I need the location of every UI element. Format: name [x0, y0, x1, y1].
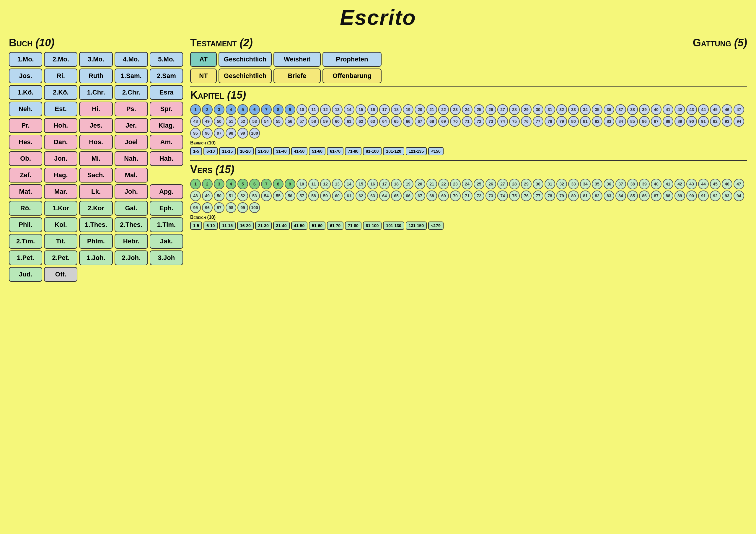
number-circle[interactable]: 68	[426, 191, 437, 201]
book-cell[interactable]: Lk.	[79, 184, 113, 199]
number-circle[interactable]: 77	[533, 191, 543, 201]
testament-cell[interactable]: NT	[190, 68, 217, 83]
number-circle[interactable]: 49	[202, 191, 213, 201]
number-circle[interactable]: 89	[674, 191, 685, 201]
bereich-cell[interactable]: 131-150	[406, 222, 427, 230]
number-circle[interactable]: 57	[296, 191, 307, 201]
number-circle[interactable]: 13	[332, 104, 342, 115]
number-circle[interactable]: 16	[367, 104, 378, 115]
book-cell[interactable]: Phil.	[9, 217, 42, 232]
number-circle[interactable]: 38	[627, 179, 638, 189]
book-cell[interactable]: Hos.	[79, 135, 113, 149]
number-circle[interactable]: 58	[308, 191, 319, 201]
book-cell[interactable]: Jon.	[44, 151, 77, 166]
number-circle[interactable]: 64	[379, 116, 390, 127]
book-cell[interactable]: Gal.	[115, 201, 148, 216]
bereich-cell[interactable]: 21-30	[255, 222, 272, 230]
book-cell[interactable]: Mal.	[115, 168, 148, 182]
bereich-cell[interactable]: 41-50	[291, 147, 308, 155]
number-circle[interactable]: 74	[497, 116, 508, 127]
number-circle[interactable]: 39	[639, 104, 650, 115]
number-circle[interactable]: 2	[202, 179, 213, 189]
number-circle[interactable]: 56	[285, 191, 295, 201]
number-circle[interactable]: 74	[497, 191, 508, 201]
number-circle[interactable]: 70	[450, 191, 461, 201]
number-circle[interactable]: 82	[592, 191, 603, 201]
number-circle[interactable]: 50	[214, 116, 225, 127]
number-circle[interactable]: 62	[356, 116, 366, 127]
number-circle[interactable]: 25	[474, 179, 484, 189]
number-circle[interactable]: 25	[474, 104, 484, 115]
number-circle[interactable]: 70	[450, 116, 461, 127]
number-circle[interactable]: 93	[722, 116, 732, 127]
number-circle[interactable]: 34	[580, 104, 591, 115]
book-cell[interactable]: 2.Tim.	[9, 234, 42, 249]
number-circle[interactable]: 52	[237, 191, 248, 201]
book-cell[interactable]: Dan.	[44, 135, 77, 149]
number-circle[interactable]: 89	[674, 116, 685, 127]
number-circle[interactable]: 86	[639, 116, 650, 127]
book-cell[interactable]: Rö.	[9, 201, 42, 216]
book-cell[interactable]: Ri.	[44, 68, 77, 83]
number-circle[interactable]: 7	[261, 179, 272, 189]
number-circle[interactable]: 16	[367, 179, 378, 189]
number-circle[interactable]: 51	[226, 116, 236, 127]
number-circle[interactable]: 28	[509, 104, 520, 115]
number-circle[interactable]: 35	[592, 104, 603, 115]
number-circle[interactable]: 92	[710, 116, 720, 127]
book-cell[interactable]: Apg.	[150, 184, 183, 199]
bereich-cell[interactable]: 81-100	[363, 147, 382, 155]
number-circle[interactable]: 8	[273, 179, 284, 189]
number-circle[interactable]: 40	[651, 104, 662, 115]
number-circle[interactable]: 47	[734, 179, 744, 189]
book-cell[interactable]: Est.	[44, 102, 77, 116]
number-circle[interactable]: 41	[663, 179, 673, 189]
number-circle[interactable]: 21	[426, 104, 437, 115]
number-circle[interactable]: 55	[273, 191, 284, 201]
number-circle[interactable]: 43	[686, 179, 697, 189]
number-circle[interactable]: 83	[604, 191, 614, 201]
number-circle[interactable]: 46	[722, 179, 732, 189]
number-circle[interactable]: 99	[237, 128, 248, 139]
number-circle[interactable]: 55	[273, 116, 284, 127]
testament-cell[interactable]: AT	[190, 52, 217, 67]
number-circle[interactable]: 13	[332, 179, 342, 189]
book-cell[interactable]: Hab.	[150, 151, 183, 166]
number-circle[interactable]: 5	[237, 179, 248, 189]
testament-cell[interactable]: Briefe	[274, 68, 321, 83]
book-cell[interactable]: 1.Sam.	[115, 68, 148, 83]
number-circle[interactable]: 3	[214, 179, 225, 189]
number-circle[interactable]: 44	[698, 104, 709, 115]
number-circle[interactable]: 65	[391, 116, 402, 127]
number-circle[interactable]: 38	[627, 104, 638, 115]
number-circle[interactable]: 83	[604, 116, 614, 127]
book-cell[interactable]: Pr.	[9, 118, 42, 133]
book-cell[interactable]: 2.Pet.	[44, 251, 77, 265]
book-cell[interactable]: Hoh.	[44, 118, 77, 133]
number-circle[interactable]: 12	[320, 104, 331, 115]
number-circle[interactable]: 79	[556, 116, 567, 127]
bereich-cell[interactable]: 51-60	[309, 222, 325, 230]
book-cell[interactable]: 3.Mo.	[79, 52, 113, 67]
number-circle[interactable]: 54	[261, 116, 272, 127]
number-circle[interactable]: 30	[533, 179, 543, 189]
number-circle[interactable]: 67	[415, 191, 425, 201]
bereich-cell[interactable]: 101-120	[383, 147, 404, 155]
number-circle[interactable]: 100	[249, 202, 260, 213]
number-circle[interactable]: 80	[568, 191, 579, 201]
number-circle[interactable]: 1	[190, 179, 201, 189]
book-cell[interactable]: 2.Kö.	[44, 85, 77, 100]
number-circle[interactable]: 85	[627, 191, 638, 201]
number-circle[interactable]: 53	[249, 116, 260, 127]
number-circle[interactable]: 20	[415, 179, 425, 189]
testament-cell[interactable]: Propheten	[322, 52, 382, 67]
number-circle[interactable]: 47	[734, 104, 744, 115]
testament-cell[interactable]: Weisheit	[274, 52, 321, 67]
bereich-cell[interactable]: <150	[428, 147, 444, 155]
number-circle[interactable]: 100	[249, 128, 260, 139]
bereich-cell[interactable]: 11-15	[219, 222, 236, 230]
book-cell[interactable]: Joel	[115, 135, 148, 149]
number-circle[interactable]: 22	[438, 104, 449, 115]
number-circle[interactable]: 48	[190, 116, 201, 127]
book-cell[interactable]: Tit.	[44, 234, 77, 249]
